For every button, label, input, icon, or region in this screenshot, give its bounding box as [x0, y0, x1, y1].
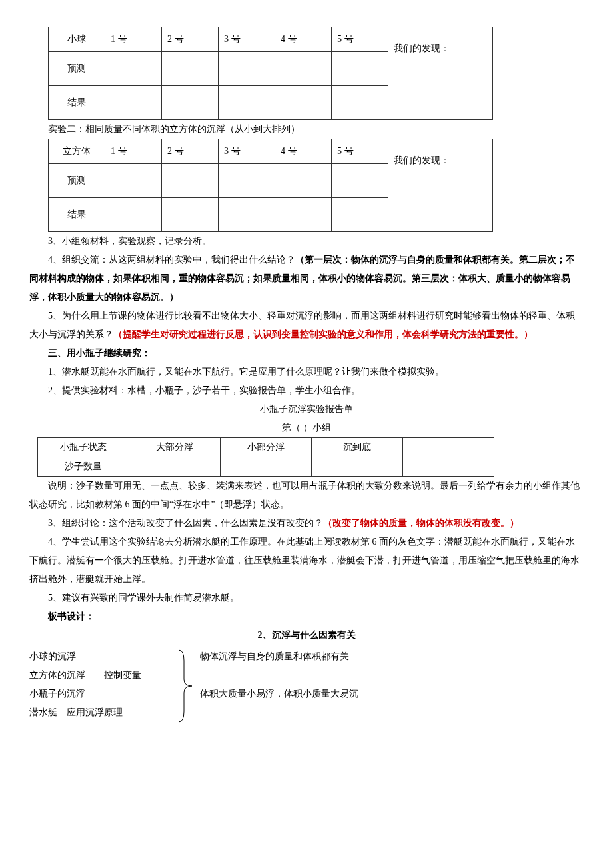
board-control: 控制变量 — [104, 670, 141, 680]
t2-h-3: 3 号 — [219, 139, 275, 164]
t1-discover: 我们的发现： — [388, 27, 493, 120]
t2-cell — [162, 198, 219, 232]
board-right-1: 物体沉浮与自身的质量和体积都有关 — [200, 647, 358, 666]
t2-cell — [219, 164, 275, 198]
board-right-2: 体积大质量小易浮，体积小质量大易沉 — [200, 685, 358, 703]
state-cell — [312, 457, 403, 477]
state-cell — [403, 457, 494, 477]
state-h-4 — [403, 438, 494, 457]
board-left-4: 潜水艇 应用沉浮原理 — [29, 703, 176, 722]
state-cell — [129, 457, 221, 477]
t1-cell — [219, 86, 275, 120]
experiment1-table: 小球 1 号 2 号 3 号 4 号 5 号 我们的发现： 预测 — [48, 27, 493, 120]
para-5b: （提醒学生对研究过程进行反思，认识到变量控制实验的意义和作用，体会科学研究方法的… — [113, 329, 533, 339]
state-h-3: 沉到底 — [312, 438, 403, 457]
state-h-1: 大部分浮 — [129, 438, 221, 457]
para-4: 4、组织交流：从这两组材料的实验中，我们得出什么结论？（第一层次：物体的沉浮与自… — [29, 251, 584, 307]
bottle-state-table: 小瓶子状态 大部分浮 小部分浮 沉到底 沙子数量 — [37, 437, 494, 477]
t1-cell — [162, 86, 219, 120]
t1-h-3: 3 号 — [219, 27, 275, 52]
discussion-5: 5、建议有兴致的同学课外去制作简易潜水艇。 — [29, 589, 584, 607]
board-left-2-text: 立方体的沉浮 — [29, 670, 85, 680]
state-row2-label: 沙子数量 — [38, 457, 129, 477]
t1-cell — [275, 86, 332, 120]
page: 小球 1 号 2 号 3 号 4 号 5 号 我们的发现： 预测 — [0, 0, 613, 868]
experiment2-intro: 实验二：相同质量不同体积的立方体的沉浮（从小到大排列） — [29, 120, 584, 139]
state-h-2: 小部分浮 — [221, 438, 312, 457]
state-cell — [221, 457, 312, 477]
discussion-3b: （改变了物体的质量，物体的体积没有改变。） — [323, 518, 519, 528]
experiment2-table: 立方体 1 号 2 号 3 号 4 号 5 号 我们的发现： 预测 — [48, 139, 493, 232]
para-4a: 4、组织交流：从这两组材料的实验中，我们得出什么结论？ — [48, 255, 295, 265]
section3-title: 三、用小瓶子继续研究： — [29, 344, 584, 363]
board-left: 小球的沉浮 立方体的沉浮 控制变量 小瓶子的沉浮 潜水艇 应用沉浮原理 — [29, 647, 176, 722]
t2-row3-label: 结果 — [49, 198, 105, 232]
t1-h-1: 1 号 — [105, 27, 162, 52]
t1-cell — [275, 52, 332, 86]
board-right: 物体沉浮与自身的质量和体积都有关 体积大质量小易浮，体积小质量大易沉 — [197, 647, 358, 703]
note1: 说明：沙子数量可用无、一点点、较多、装满来表述，也可以用占瓶子体积的大致分数来说… — [29, 477, 584, 514]
board-design-label: 板书设计： — [29, 607, 584, 626]
discussion-4: 4、学生尝试用这个实验结论去分析潜水艇的工作原理。在此基础上阅读教材第 6 面的… — [29, 533, 584, 589]
section3-p2: 2、提供实验材料：水槽，小瓶子，沙子若干，实验报告单，学生小组合作。 — [29, 381, 584, 400]
t2-cell — [219, 198, 275, 232]
para-3: 3、小组领材料，实验观察，记录分析。 — [29, 232, 584, 251]
t1-h-2: 2 号 — [162, 27, 219, 52]
board-left-2: 立方体的沉浮 控制变量 — [29, 666, 176, 685]
discussion-3a: 3、组织讨论：这个活动改变了什么因素，什么因素是没有改变的？ — [48, 518, 323, 528]
t2-row1-label: 立方体 — [49, 139, 105, 164]
t1-row1-label: 小球 — [49, 27, 105, 52]
t2-h-5: 5 号 — [332, 139, 388, 164]
report-title: 小瓶子沉浮实验报告单 — [29, 400, 584, 419]
group-line: 第（ ）小组 — [29, 419, 584, 437]
t1-cell — [219, 52, 275, 86]
t2-cell — [275, 164, 332, 198]
t2-discover: 我们的发现： — [388, 139, 493, 232]
t2-cell — [105, 198, 162, 232]
t1-cell — [332, 86, 388, 120]
t1-h-4: 4 号 — [275, 27, 332, 52]
board-title: 2、沉浮与什么因素有关 — [29, 626, 584, 645]
t2-cell — [105, 164, 162, 198]
para-5: 5、为什么用上节课的物体进行比较看不出物体大小、轻重对沉浮的影响，而用这两组材料… — [29, 307, 584, 344]
t1-cell — [162, 52, 219, 86]
t1-cell — [105, 52, 162, 86]
t2-h-2: 2 号 — [162, 139, 219, 164]
t1-cell — [332, 52, 388, 86]
t2-cell — [332, 164, 388, 198]
discussion-3: 3、组织讨论：这个活动改变了什么因素，什么因素是没有改变的？（改变了物体的质量，… — [29, 514, 584, 533]
t2-cell — [332, 198, 388, 232]
bracket-icon — [176, 649, 195, 723]
t1-cell — [105, 86, 162, 120]
section3-p1: 1、潜水艇既能在水面航行，又能在水下航行。它是应用了什么原理呢？让我们来做个模拟… — [29, 363, 584, 381]
state-h-0: 小瓶子状态 — [38, 438, 129, 457]
t2-row2-label: 预测 — [49, 164, 105, 198]
board-left-3: 小瓶子的沉浮 — [29, 685, 176, 703]
t1-h-5: 5 号 — [332, 27, 388, 52]
board-block: 小球的沉浮 立方体的沉浮 控制变量 小瓶子的沉浮 潜水艇 应用沉浮原理 物体 — [29, 647, 584, 722]
inner-frame: 小球 1 号 2 号 3 号 4 号 5 号 我们的发现： 预测 — [13, 13, 600, 749]
board-left-1: 小球的沉浮 — [29, 647, 176, 666]
t2-cell — [162, 164, 219, 198]
t1-row3-label: 结果 — [49, 86, 105, 120]
outer-frame: 小球 1 号 2 号 3 号 4 号 5 号 我们的发现： 预测 — [7, 7, 606, 755]
t2-h-1: 1 号 — [105, 139, 162, 164]
t2-h-4: 4 号 — [275, 139, 332, 164]
t2-cell — [275, 198, 332, 232]
t1-row2-label: 预测 — [49, 52, 105, 86]
